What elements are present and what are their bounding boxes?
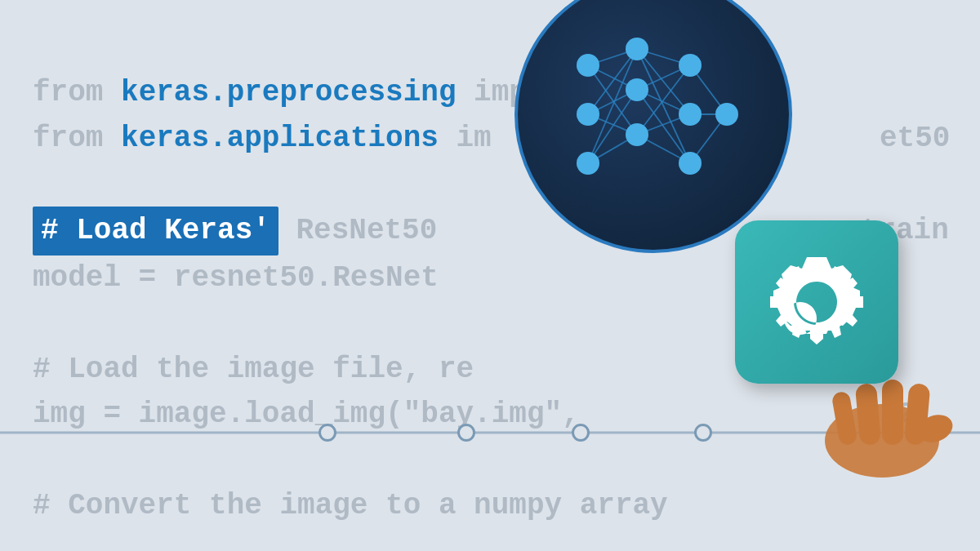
- neural-network-circle: [514, 0, 792, 253]
- timeline-dot-3: [572, 424, 590, 442]
- code-line-2: from keras.applications im et50: [33, 122, 950, 155]
- node-l2-2: [626, 78, 648, 101]
- gear-icon: [764, 249, 870, 355]
- node-l2-1: [626, 38, 648, 60]
- node-l3-1: [679, 54, 702, 77]
- timeline-dot-4: [694, 424, 712, 442]
- code-line-5: model = resnet50.ResNet: [33, 261, 439, 295]
- code-line-blank-1: [33, 167, 51, 200]
- node-output: [715, 103, 738, 126]
- timeline-dot-1: [318, 424, 336, 442]
- gear-settings-card: [735, 220, 898, 384]
- node-l1-2: [577, 103, 599, 126]
- neural-network-svg: [547, 8, 760, 220]
- node-l2-3: [626, 123, 648, 146]
- code-line-blank-3: [33, 443, 51, 477]
- code-line-blank-2: [33, 307, 51, 340]
- comment-load-keras: # Load Keras': [33, 207, 278, 256]
- node-l1-1: [577, 54, 599, 77]
- node-l1-3: [577, 152, 599, 175]
- code-line-10: # Convert the image to a numpy array: [33, 489, 668, 522]
- node-l3-2: [679, 103, 702, 126]
- keyword-keras-applications: keras.applications: [121, 122, 439, 155]
- timeline-dot-2: [457, 424, 475, 442]
- node-l3-3: [679, 152, 702, 175]
- keyword-keras-preprocessing: keras.preprocessing: [121, 76, 456, 109]
- svg-rect-24: [882, 380, 903, 445]
